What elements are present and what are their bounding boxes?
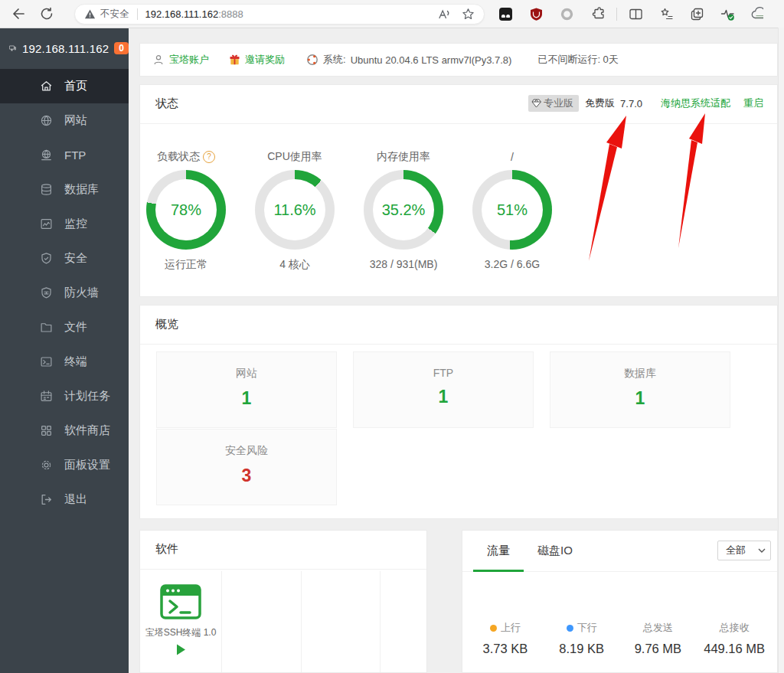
add-to-collection-icon[interactable] xyxy=(690,7,704,21)
sidebar-item-logout[interactable]: 退出 xyxy=(0,482,129,517)
calendar-icon xyxy=(40,390,53,403)
bt-account-label: 宝塔账户 xyxy=(169,53,209,67)
stat-label: 上行 xyxy=(501,621,521,635)
play-icon[interactable] xyxy=(176,644,186,655)
tile-label: FTP xyxy=(354,367,533,379)
stat-value: 449.16 MB xyxy=(696,642,773,656)
info-bar: 宝塔账户 邀请奖励 系统: Ubuntu 20.04.6 LTS armv7l(… xyxy=(139,43,778,77)
overview-tile-ftp[interactable]: FTP 1 xyxy=(353,351,534,428)
diamond-icon xyxy=(531,99,541,108)
url-port[interactable]: :8888 xyxy=(218,8,243,20)
folder-icon xyxy=(40,321,53,334)
system-info: 系统: Ubuntu 20.04.6 LTS armv7l(Py3.7.8) xyxy=(306,53,511,67)
disk-ring: 51% xyxy=(472,170,552,250)
bt-account-link[interactable]: 宝塔账户 xyxy=(152,53,209,67)
tab-traffic[interactable]: 流量 xyxy=(473,531,524,571)
sidebar-item-firewall[interactable]: 防火墙 xyxy=(0,276,129,310)
uptime-text: 已不间断运行: 0天 xyxy=(537,53,618,67)
url-host[interactable]: 192.168.111.162 xyxy=(145,8,219,20)
gauge-row: 负载状态? 78% 运行正常 CPU使用率 11.6% 4 核心 内存使用率 3… xyxy=(140,150,779,272)
sidebar-item-home[interactable]: 首页 xyxy=(0,69,129,103)
pro-badge-label: 专业版 xyxy=(544,96,573,110)
read-aloud-icon[interactable] xyxy=(438,8,451,20)
tab-disk-io[interactable]: 磁盘IO xyxy=(524,531,586,571)
load-ring: 78% xyxy=(146,170,226,250)
stat-value: 3.73 KB xyxy=(467,642,544,656)
gauge-label: 负载状态 xyxy=(157,150,200,164)
server-monitor-icon xyxy=(9,41,16,56)
logout-icon xyxy=(40,493,53,506)
security-label[interactable]: 不安全 xyxy=(100,8,129,21)
app-grid-icon xyxy=(40,424,53,437)
overview-tile-database[interactable]: 数据库 1 xyxy=(550,351,730,428)
gauge-label: CPU使用率 xyxy=(267,150,322,164)
sidebar-item-ftp[interactable]: FTP xyxy=(0,138,129,172)
sidebar-item-website[interactable]: 网站 xyxy=(0,103,129,138)
overview-tile-security-risk[interactable]: 安全风险 3 xyxy=(156,429,337,505)
sidebar-item-label: 文件 xyxy=(64,320,87,335)
ublock-origin-icon[interactable] xyxy=(529,7,544,21)
split-screen-icon[interactable] xyxy=(629,7,643,21)
sidebar-item-files[interactable]: 文件 xyxy=(0,310,129,345)
server-identity[interactable]: 192.168.111.162 0 xyxy=(0,28,129,69)
traffic-header: 流量 磁盘IO 全部 xyxy=(462,531,777,572)
overview-tile-website[interactable]: 网站 1 xyxy=(156,351,337,428)
page-scrollbar[interactable] xyxy=(778,28,784,673)
status-card: 状态 专业版 免费版 7.7.0 海纳思系统适配 重启 负载状态? 78% 运行… xyxy=(139,84,778,297)
gauge-value: 11.6% xyxy=(255,170,335,250)
extensions-puzzle-icon[interactable] xyxy=(590,7,605,21)
dark-reader-icon[interactable] xyxy=(498,7,513,21)
sidebar-item-cron[interactable]: 计划任务 xyxy=(0,379,129,413)
load-help-icon[interactable]: ? xyxy=(203,151,215,163)
sidebar-item-appstore[interactable]: 软件商店 xyxy=(0,413,129,448)
sync-cloud-icon[interactable] xyxy=(751,6,763,21)
gauge-sub: 4 核心 xyxy=(249,258,341,272)
gauge-label: 内存使用率 xyxy=(377,150,430,164)
collections-icon[interactable] xyxy=(659,7,674,21)
tile-label: 安全风险 xyxy=(157,444,336,458)
user-icon xyxy=(152,54,165,66)
memory-ring: 35.2% xyxy=(364,170,443,250)
address-bar[interactable]: 不安全 192.168.111.162 :8888 xyxy=(74,4,485,25)
favorite-star-icon[interactable] xyxy=(462,8,475,21)
hinas-adapt-link[interactable]: 海纳思系统适配 xyxy=(661,96,730,110)
sidebar-item-terminal[interactable]: 终端 xyxy=(0,345,129,379)
divider xyxy=(140,344,777,345)
restart-link[interactable]: 重启 xyxy=(743,96,763,110)
sidebar-item-label: 安全 xyxy=(64,251,87,266)
divider xyxy=(140,123,777,124)
pro-edition-badge[interactable]: 专业版 xyxy=(528,95,579,112)
browser-essentials-icon[interactable] xyxy=(720,7,735,21)
refresh-icon[interactable] xyxy=(39,6,54,21)
chevron-down-icon xyxy=(758,548,766,553)
sidebar-item-monitor[interactable]: 监控 xyxy=(0,207,129,241)
terminal-icon xyxy=(40,355,53,368)
tile-value: 1 xyxy=(354,387,533,407)
stat-label: 总发送 xyxy=(643,621,673,635)
extension-circle-icon[interactable] xyxy=(560,7,574,21)
stat-value: 9.76 MB xyxy=(620,642,697,656)
overview-title: 概览 xyxy=(140,305,777,332)
sidebar-item-settings[interactable]: 面板设置 xyxy=(0,448,129,482)
tile-label: 网站 xyxy=(157,367,336,381)
app-bt-ssh-terminal[interactable]: 宝塔SSH终端 1.0 xyxy=(140,571,221,672)
sidebar-item-database[interactable]: 数据库 xyxy=(0,172,129,207)
toolbar-divider xyxy=(616,8,617,21)
back-icon[interactable] xyxy=(10,6,25,21)
system-value: Ubuntu 20.04.6 LTS armv7l(Py3.7.8) xyxy=(351,54,512,66)
invite-reward-label: 邀请奖励 xyxy=(245,53,285,67)
sidebar-item-label: 防火墙 xyxy=(64,286,99,300)
gauge-value: 78% xyxy=(146,170,226,250)
message-count-badge[interactable]: 0 xyxy=(114,42,129,54)
gear-icon xyxy=(40,459,53,472)
shield-check-icon xyxy=(40,252,53,265)
gauge-sub: 328 / 931(MB) xyxy=(358,258,449,270)
stat-value: 8.19 KB xyxy=(544,642,620,656)
traffic-filter-select[interactable]: 全部 xyxy=(717,541,771,560)
invite-reward-link[interactable]: 邀请奖励 xyxy=(229,53,285,67)
sidebar-item-security[interactable]: 安全 xyxy=(0,241,129,276)
bt-panel-page: 不安全 192.168.111.162 :8888 192.168.111.16… xyxy=(0,0,784,673)
sidebar-nav: 首页 网站 FTP 数据库 监控 安全 xyxy=(0,69,129,517)
cpu-ring: 11.6% xyxy=(255,170,335,250)
ssh-terminal-app-icon[interactable] xyxy=(160,584,201,619)
